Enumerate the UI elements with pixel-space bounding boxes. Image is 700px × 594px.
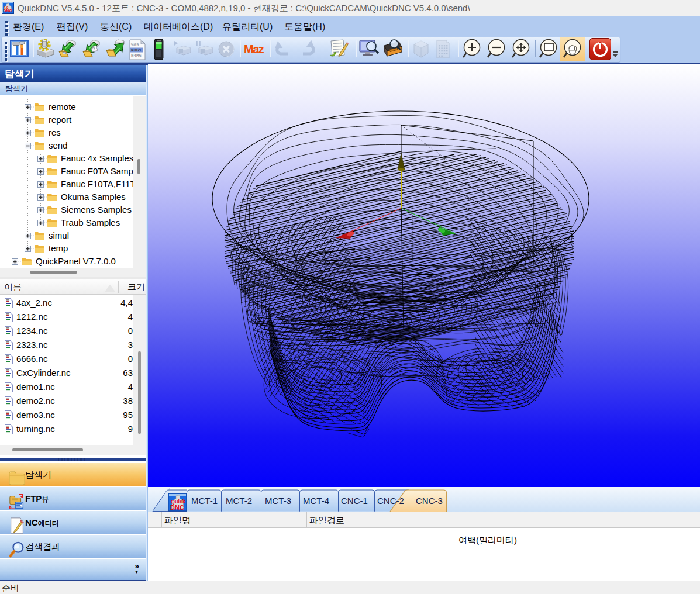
svg-text:MCT-3: MCT-3 — [265, 496, 291, 506]
svg-text:DNC: DNC — [4, 9, 12, 13]
svg-text:MCT-2: MCT-2 — [226, 496, 252, 506]
svg-text:DNC: DNC — [170, 504, 184, 511]
svg-text:%09: %09 — [131, 43, 139, 47]
svg-text:CNC-2: CNC-2 — [377, 496, 404, 506]
svg-text:MCT-4: MCT-4 — [303, 496, 329, 506]
svg-text:N4M6: N4M6 — [131, 53, 142, 58]
svg-text:CNC-3: CNC-3 — [416, 496, 443, 506]
svg-text:MCT-1: MCT-1 — [191, 496, 218, 506]
svg-text:CNC-1: CNC-1 — [341, 496, 368, 506]
svg-text:N3G1: N3G1 — [131, 48, 142, 53]
